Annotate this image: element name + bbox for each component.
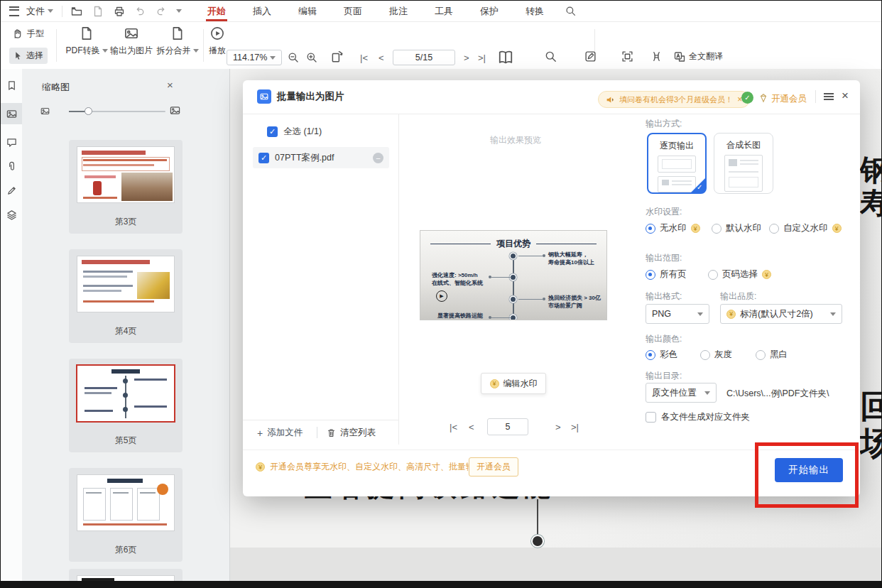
chevron-down-icon[interactable] <box>176 9 182 13</box>
search-icon[interactable] <box>565 6 576 16</box>
radio-custom-watermark[interactable]: 自定义水印 ¥ <box>769 222 842 234</box>
thumbnail-panel-button[interactable] <box>1 103 22 124</box>
thumbnail-page-5-current[interactable]: 第5页 <box>69 359 183 452</box>
comment-panel-button[interactable] <box>1 131 22 153</box>
close-panel-icon[interactable]: × <box>167 79 173 91</box>
radio-all-pages[interactable]: 所有页 <box>646 268 687 281</box>
find-replace-icon[interactable] <box>545 50 557 62</box>
radio-icon <box>700 350 710 360</box>
pdf-convert-button[interactable]: PDF转换 <box>65 26 109 57</box>
print-icon[interactable] <box>114 6 125 17</box>
new-file-icon[interactable] <box>92 6 104 17</box>
folder-option-checkbox[interactable] <box>646 412 656 423</box>
hamburger-icon[interactable] <box>9 6 19 16</box>
radio-default-watermark[interactable]: 默认水印 <box>712 222 761 234</box>
radio-color[interactable]: 彩色 <box>646 349 677 361</box>
tab-annotate[interactable]: 批注 <box>388 1 409 22</box>
plus-icon: + <box>257 428 263 439</box>
book-icon[interactable] <box>498 50 513 65</box>
radio-page-select[interactable]: 页码选择 ¥ <box>708 268 771 281</box>
zoom-level-select[interactable]: 114.17% <box>227 50 282 65</box>
quality-select[interactable]: ¥ 标清(默认尺寸2倍) <box>720 304 842 324</box>
zoom-out-icon[interactable] <box>288 52 299 63</box>
hand-tool-button[interactable]: 手型 <box>12 28 44 40</box>
thumbnail-zoom-slider[interactable] <box>69 111 165 112</box>
page-indicator-input[interactable]: 5/15 <box>393 50 455 65</box>
first-page-button[interactable]: |< <box>360 53 368 63</box>
promo-banner-text: 填问卷有机会得3个月超级会员！ <box>619 94 733 105</box>
range-label: 输出范围: <box>646 252 682 264</box>
slider-handle[interactable] <box>85 107 92 115</box>
upgrade-member-link[interactable]: 开通会员 <box>771 93 807 105</box>
format-select[interactable]: PNG <box>646 304 709 324</box>
tab-tools[interactable]: 工具 <box>433 1 454 22</box>
preview-page-input[interactable] <box>487 418 528 435</box>
redo-icon[interactable] <box>156 6 166 16</box>
title-rule <box>430 244 491 245</box>
footer-member-button[interactable]: 开通会员 <box>469 457 518 477</box>
dialog-menu-icon[interactable] <box>824 93 834 94</box>
last-page-button[interactable]: >| <box>478 53 486 63</box>
play-icon <box>210 26 224 40</box>
dialog-close-icon[interactable]: × <box>842 89 849 103</box>
file-list-item[interactable]: ✓ 07PTT案例.pdf – <box>253 147 389 168</box>
bookmark-panel-button[interactable] <box>1 75 22 96</box>
document-edge-text: 寿 <box>860 188 881 219</box>
select-all-checkbox[interactable]: ✓ <box>267 126 278 137</box>
promo-banner[interactable]: 填问卷有机会得3个月超级会员！ × <box>598 91 750 108</box>
undo-icon[interactable] <box>135 6 146 16</box>
signature-panel-button[interactable] <box>1 180 22 201</box>
thumbnail-page-3[interactable]: 第3页 <box>69 140 183 234</box>
output-mode-label: 输出方式: <box>646 118 682 130</box>
compress-icon[interactable] <box>650 50 663 62</box>
tab-insert[interactable]: 插入 <box>251 1 273 22</box>
screenshot-compare-icon[interactable] <box>621 50 633 62</box>
preview-prev-page-icon[interactable]: < <box>469 422 474 432</box>
preview-last-page-icon[interactable]: >| <box>571 422 579 432</box>
file-checkbox[interactable]: ✓ <box>258 153 269 163</box>
radio-bw[interactable]: 黑白 <box>756 349 788 361</box>
edit-content-icon[interactable] <box>584 50 597 62</box>
add-file-button[interactable]: + 添加文件 <box>257 427 303 439</box>
full-translate-button[interactable]: 全文翻译 <box>674 50 723 62</box>
zoom-in-icon[interactable] <box>306 52 317 63</box>
folder-option-checkbox-row[interactable]: 各文件生成对应文件夹 <box>646 411 750 423</box>
remove-file-icon[interactable]: – <box>373 153 383 163</box>
directory-select[interactable]: 原文件位置 <box>646 383 717 403</box>
select-tool-button[interactable]: 选择 <box>9 48 48 64</box>
tab-home[interactable]: 开始 <box>206 1 227 22</box>
mode-per-page-card[interactable]: 逐页输出 ✓ <box>647 133 707 194</box>
tab-page[interactable]: 页面 <box>342 1 364 22</box>
rotate-doc-icon[interactable] <box>330 50 343 63</box>
open-file-icon[interactable] <box>71 6 82 17</box>
mode-long-image-label: 合成长图 <box>726 139 761 151</box>
selected-check-icon: ✓ <box>690 178 706 193</box>
preview-next-page-icon[interactable]: > <box>555 422 561 432</box>
preview-first-page-icon[interactable]: |< <box>450 422 457 432</box>
select-all-label: 全选 (1/1) <box>283 126 322 138</box>
radio-grayscale[interactable]: 灰度 <box>700 349 732 361</box>
export-image-button[interactable]: 输出为图片 <box>107 26 156 57</box>
attachment-panel-button[interactable] <box>1 156 22 177</box>
next-page-button[interactable]: > <box>464 53 469 63</box>
member-badge-icon: ¥ <box>726 310 736 319</box>
tab-protect[interactable]: 保护 <box>479 1 500 22</box>
layers-panel-button[interactable] <box>1 204 22 225</box>
comment-icon <box>6 137 17 148</box>
thumbnail-page-6[interactable]: 第6页 <box>69 468 183 562</box>
member-avatar-icon[interactable]: ✓ <box>741 92 753 104</box>
tab-edit[interactable]: 编辑 <box>297 1 318 22</box>
clear-list-button[interactable]: 清空列表 <box>327 427 376 439</box>
split-merge-button[interactable]: 拆分合并 <box>156 26 200 57</box>
select-all-row[interactable]: ✓ 全选 (1/1) <box>267 126 322 138</box>
image-large-icon <box>170 105 180 116</box>
attachment-icon <box>6 161 17 172</box>
application-window: 文件 开始 插入 编辑 页面 批注 工具 保护 转换 手型 选择 <box>0 0 882 588</box>
radio-no-watermark[interactable]: 无水印 ¥ <box>646 222 700 234</box>
edit-watermark-button[interactable]: ¥ 编辑水印 <box>481 373 546 394</box>
prev-page-button[interactable]: < <box>379 53 384 63</box>
thumbnail-page-4[interactable]: 第4页 <box>69 249 183 343</box>
mode-long-image-card[interactable]: 合成长图 <box>714 133 773 194</box>
tab-convert[interactable]: 转换 <box>524 1 545 22</box>
file-menu[interactable]: 文件 <box>26 5 53 18</box>
